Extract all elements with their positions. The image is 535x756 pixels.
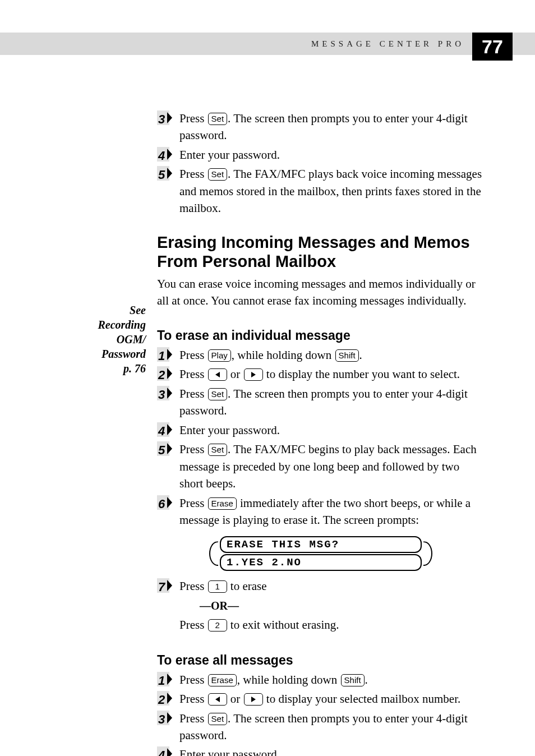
- step-5: 5 Press Set. The FAX/MFC plays back voic…: [157, 165, 485, 216]
- set-key: Set: [208, 388, 228, 400]
- text: .: [359, 348, 362, 362]
- text: or: [228, 692, 243, 706]
- step-6: 6 Press Erase immediately after the two …: [157, 495, 485, 529]
- erase-key: Erase: [208, 497, 237, 510]
- text: Press: [179, 112, 207, 125]
- step-text: Press Set. The screen then prompts you t…: [178, 110, 485, 144]
- section-label: MESSAGE CENTER PRO: [311, 33, 464, 55]
- step-number-icon: 4: [157, 147, 176, 163]
- text: Press: [179, 618, 207, 631]
- arrow-right-key: [244, 368, 263, 381]
- step-3: 3 Press Set. The screen then prompts you…: [157, 110, 485, 144]
- or-label: —OR—: [200, 600, 239, 612]
- steps-continued: 3 Press Set. The screen then prompts you…: [157, 110, 485, 217]
- step-number-icon: 4: [157, 746, 176, 756]
- sidebar-line: See: [130, 304, 146, 316]
- step-number-icon: 3: [157, 110, 176, 126]
- step-number-icon: 2: [157, 691, 176, 707]
- step-number-icon: 1: [157, 672, 176, 688]
- steps-individual: 1 Press Play, while holding down Shift. …: [157, 347, 485, 528]
- text: .: [365, 673, 368, 686]
- set-key: Set: [208, 713, 228, 725]
- step-text: Enter your password.: [178, 422, 485, 439]
- step-5: 5 Press Set. The FAX/MFC begins to play …: [157, 441, 485, 492]
- step-text: Enter your password.: [178, 146, 485, 163]
- arrow-left-key: [208, 693, 227, 706]
- lcd-row-1: ERASE THIS MSG?: [220, 536, 422, 553]
- step-1: 1 Press Play, while holding down Shift.: [157, 347, 485, 363]
- step-text: Press Set. The screen then prompts you t…: [178, 710, 485, 744]
- subheading-individual: To erase an individual message: [157, 328, 485, 343]
- step-text: Press Set. The FAX/MFC begins to play ba…: [178, 441, 485, 492]
- text: or: [228, 367, 243, 381]
- text: , while holding down: [237, 673, 340, 686]
- steps-individual-end: 7 Press 1 to erase —OR— Press 2 to exit …: [157, 578, 485, 633]
- step-text: Press Play, while holding down Shift.: [178, 347, 485, 363]
- lcd-display: ERASE THIS MSG? 1.YES 2.NO: [157, 535, 485, 572]
- sidebar-line: p. 76: [123, 362, 146, 375]
- text: to erase: [228, 579, 267, 593]
- set-key: Set: [208, 444, 228, 456]
- step-text: Press Set. The FAX/MFC plays back voice …: [178, 165, 485, 216]
- set-key: Set: [208, 113, 228, 125]
- header-bar: MESSAGE CENTER PRO: [0, 33, 535, 55]
- text: Press: [179, 442, 207, 456]
- sidebar-crossref: See Recording OGM/ Password p. 76: [79, 303, 146, 376]
- lcd-row-2: 1.YES 2.NO: [220, 554, 422, 571]
- step-4: 4 Enter your password.: [157, 746, 485, 756]
- text: Press: [179, 387, 207, 400]
- step-2: 2 Press or to display the number you wan…: [157, 366, 485, 382]
- page: MESSAGE CENTER PRO 77 See Recording OGM/…: [0, 0, 535, 756]
- text: Press: [179, 496, 207, 510]
- set-key: Set: [208, 168, 228, 181]
- step-number-icon: 7: [157, 578, 176, 594]
- erase-key: Erase: [208, 674, 237, 686]
- step-4: 4 Enter your password.: [157, 146, 485, 163]
- step-number-icon: 3: [157, 711, 176, 726]
- arrow-left-key: [208, 368, 227, 381]
- step-number-icon: 3: [157, 386, 176, 402]
- page-number-tab: 77: [472, 33, 513, 61]
- step-text: Press Erase, while holding down Shift.: [178, 671, 485, 688]
- play-key: Play: [208, 349, 231, 362]
- text: to display your selected mailbox number.: [264, 692, 461, 706]
- step-4: 4 Enter your password.: [157, 422, 485, 439]
- shift-key: Shift: [335, 349, 359, 362]
- step-text: Press or to display the number you want …: [178, 366, 485, 382]
- step-text: Press Erase immediately after the two sh…: [178, 495, 485, 529]
- step-number-icon: 6: [157, 495, 176, 511]
- step-number-icon: 1: [157, 347, 176, 363]
- step-7: 7 Press 1 to erase —OR— Press 2 to exit …: [157, 578, 485, 633]
- step-text: Enter your password.: [178, 746, 485, 756]
- sidebar-line: Recording: [98, 319, 146, 331]
- arrow-right-key: [244, 693, 263, 706]
- steps-all: 1 Press Erase, while holding down Shift.…: [157, 671, 485, 756]
- shift-key: Shift: [341, 674, 365, 686]
- step-text: Press Set. The screen then prompts you t…: [178, 385, 485, 420]
- text: Press: [179, 692, 207, 706]
- section-intro-paragraph: You can erase voice incoming messages an…: [157, 276, 485, 309]
- section-heading: Erasing Incoming Messages and Memos From…: [157, 233, 485, 272]
- text: Press: [179, 673, 207, 686]
- step-number-icon: 5: [157, 166, 176, 182]
- text: Press: [179, 367, 207, 381]
- text: to exit without erasing.: [228, 618, 339, 631]
- text: Press: [179, 712, 207, 725]
- step-1: 1 Press Erase, while holding down Shift.: [157, 671, 485, 688]
- two-key: 2: [208, 619, 227, 631]
- step-2: 2 Press or to display your selected mail…: [157, 690, 485, 707]
- content-column: 3 Press Set. The screen then prompts you…: [157, 107, 485, 756]
- step-number-icon: 4: [157, 422, 176, 438]
- text: Press: [179, 348, 207, 362]
- text: Press: [179, 167, 207, 181]
- step-text: Press or to display your selected mailbo…: [178, 690, 485, 707]
- sidebar-line: Password: [102, 348, 146, 360]
- text: to display the number you want to select…: [264, 367, 460, 381]
- step-text: Press 1 to erase —OR— Press 2 to exit wi…: [178, 578, 485, 633]
- step-3: 3 Press Set. The screen then prompts you…: [157, 710, 485, 744]
- subheading-all: To erase all messages: [157, 653, 485, 668]
- text: Press: [179, 579, 207, 593]
- step-number-icon: 2: [157, 366, 176, 382]
- sidebar-line: OGM/: [117, 333, 146, 345]
- step-3: 3 Press Set. The screen then prompts you…: [157, 385, 485, 420]
